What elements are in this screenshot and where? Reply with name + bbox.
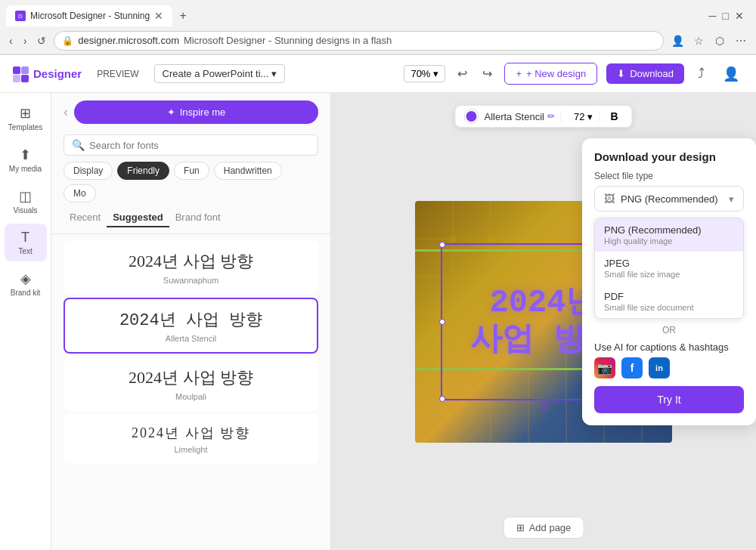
add-page-label: Add page [529,522,572,533]
font-item-moulpali[interactable]: 2024년 사업 방향 Moulpali [64,357,318,411]
font-size-value: 72 [574,111,584,122]
linkedin-button[interactable]: in [649,357,670,379]
share-button[interactable]: ⤴ [693,63,709,85]
new-design-label: + New design [526,68,586,79]
search-icon: 🔍 [72,139,85,151]
filter-fun[interactable]: Fun [174,162,209,180]
profile-icon[interactable]: 👤 [668,32,686,50]
back-button[interactable]: ‹ [6,33,16,48]
sidebar-label-text: Text [18,247,32,255]
settings-icon[interactable]: ⋯ [732,32,750,50]
browser-chrome: D Microsoft Designer - Stunning ✕ + ─ □ … [0,0,756,55]
title-bar: D Microsoft Designer - Stunning ✕ + ─ □ … [0,0,756,27]
tab-brand-font[interactable]: Brand font [169,209,227,227]
plus-icon: + [516,68,522,79]
font-panel-header: ‹ ✦ Inspire me [51,93,330,131]
forward-button[interactable]: › [20,33,30,48]
search-input[interactable] [89,140,310,151]
preview-button[interactable]: PREVIEW [91,66,144,82]
add-page-bar[interactable]: ⊞ Add page [503,517,584,539]
font-preview-suwannaphum: 2024년 사업 방향 [129,250,253,273]
font-item-limelight[interactable]: 2024년 사업 방향 Limelight [64,414,318,464]
address-path: Microsoft Designer - Stunning designs in… [184,35,392,46]
window-controls: ─ □ ✕ [709,10,750,22]
filter-display[interactable]: Display [64,162,113,180]
sidebar-item-my-media[interactable]: ⬆ My media [5,141,47,179]
sidebar-item-text[interactable]: T Text [5,224,47,261]
sidebar-item-brand-kit[interactable]: ◈ Brand kit [5,264,47,303]
text-icon: T [21,230,29,246]
facebook-icon: f [631,362,634,374]
redo-button[interactable]: ↪ [479,63,495,84]
download-button[interactable]: ⬇ Download [606,63,684,84]
zoom-level: 70% [411,68,430,79]
address-bar[interactable]: 🔒 designer.microsoft.com Microsoft Desig… [54,31,664,51]
file-type-select: 🖼 PNG (Recommended) ▾ [594,186,744,212]
project-dropdown-icon: ▾ [271,68,277,79]
inspire-button[interactable]: ✦ Inspire me [74,100,318,124]
inspire-label: Inspire me [180,107,226,118]
undo-button[interactable]: ↩ [454,63,470,84]
font-panel: ‹ ✦ Inspire me 🔍 Display Friendly Fun [51,93,331,550]
filter-friendly[interactable]: Friendly [117,162,169,180]
svg-point-14 [488,236,494,242]
download-label: Download [630,68,674,79]
app-body: ⊞ Templates ⬆ My media ◫ Visuals T Text … [0,93,756,550]
app: Designer PREVIEW Create a PowerPoint ti.… [0,55,756,550]
tab-suggested[interactable]: Suggested [107,209,169,227]
font-preview-allerta: 2024년 사업 방향 [119,308,262,331]
download-panel-title: Download your design [594,150,744,163]
tab-favicon: D [15,11,26,21]
svg-point-15 [525,236,531,242]
nav-icons: 👤 ☆ ⬡ ⋯ [668,32,750,50]
color-selector[interactable] [464,110,478,123]
active-tab[interactable]: D Microsoft Designer - Stunning ✕ [6,5,172,26]
file-type-pdf[interactable]: PDF Small file size document [595,285,743,318]
facebook-button[interactable]: f [621,357,643,379]
font-preview-moulpali: 2024년 사업 방향 [129,366,253,389]
filter-chips: Display Friendly Fun Handwritten Mo [51,162,330,209]
app-logo: Designer [12,66,82,82]
png-option-desc: High quality image [604,236,734,246]
filter-handwritten[interactable]: Handwritten [214,162,282,180]
logo-icon [12,66,29,82]
minimize-button[interactable]: ─ [709,10,717,22]
new-design-button[interactable]: + + New design [504,63,597,85]
add-page-icon: ⊞ [516,522,525,533]
search-bar[interactable]: 🔍 [64,134,318,156]
pdf-option-name: PDF [604,291,734,302]
instagram-button[interactable]: 📷 [594,357,615,379]
bold-format-icon[interactable]: B [606,110,622,122]
size-selector[interactable]: 72 ▾ [568,111,600,122]
font-item-suwannaphum[interactable]: 2024년 사업 방향 Suwannaphum [64,240,318,295]
maximize-button[interactable]: □ [723,10,729,22]
filter-more[interactable]: Mo [64,184,96,202]
extensions-icon[interactable]: ⬡ [711,32,729,50]
file-type-button[interactable]: 🖼 PNG (Recommended) ▾ [594,186,744,212]
bookmark-icon[interactable]: ☆ [689,32,708,50]
png-option-name: PNG (Recommended) [604,224,734,236]
font-name-moulpali: Moulpali [175,392,206,401]
panel-back-button[interactable]: ‹ [64,104,68,120]
font-selector[interactable]: Allerta Stencil ✏ [484,111,561,122]
size-dropdown-icon: ▾ [587,111,593,122]
close-button[interactable]: ✕ [735,10,744,22]
selected-file-type: PNG (Recommended) [621,193,723,205]
sidebar-item-templates[interactable]: ⊞ Templates [5,99,47,138]
project-name-dropdown[interactable]: Create a PowerPoint ti... ▾ [154,64,286,83]
svg-point-16 [563,273,569,280]
file-type-png[interactable]: PNG (Recommended) High quality image [595,218,743,252]
zoom-control[interactable]: 70% ▾ [404,65,445,82]
sidebar-item-visuals[interactable]: ◫ Visuals [5,182,47,221]
file-type-jpeg[interactable]: JPEG Small file size image [595,252,743,285]
font-item-allerta-stencil[interactable]: 2024년 사업 방향 Allerta Stencil [64,298,318,354]
canvas-top-bar: Allerta Stencil ✏ 72 ▾ B [454,105,632,128]
tab-recent[interactable]: Recent [64,209,107,227]
account-button[interactable]: 👤 [718,63,744,85]
reload-button[interactable]: ↺ [34,33,49,48]
chevron-down-icon: ▾ [729,193,734,205]
new-tab-button[interactable]: + [172,5,194,26]
tab-close-button[interactable]: ✕ [154,10,163,22]
sidebar-label-visuals: Visuals [13,206,37,215]
try-it-button[interactable]: Try It [594,386,744,413]
